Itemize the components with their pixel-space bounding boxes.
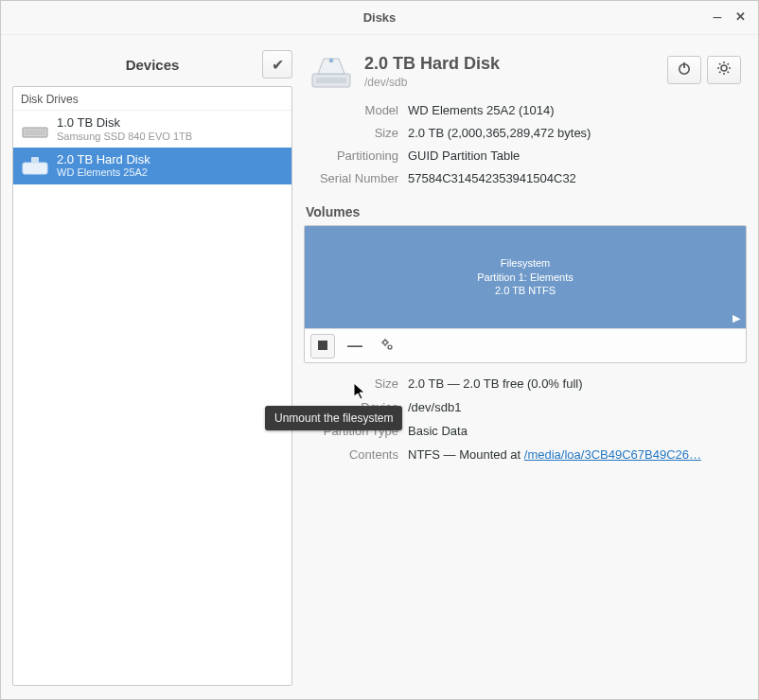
unmount-button[interactable]: [310, 334, 335, 359]
delete-partition-button[interactable]: —: [343, 334, 367, 359]
svg-rect-18: [318, 341, 327, 350]
svg-point-19: [383, 340, 387, 343]
svg-line-16: [719, 72, 720, 73]
value-serial: 57584C314542353941504C32: [408, 171, 737, 185]
close-button[interactable]: ✕: [732, 9, 749, 26]
right-panel: 2.0 TB Hard Disk /dev/sdb: [304, 48, 747, 686]
volume-settings-button[interactable]: [375, 334, 399, 359]
label-partitioning: Partitioning: [304, 149, 398, 163]
section-disk-drives: Disk Drives: [13, 87, 291, 111]
cursor-icon: [353, 382, 368, 405]
resize-handle-icon: ⋮⋮: [304, 357, 306, 362]
gear-icon: [716, 61, 732, 79]
disk-title-block: 2.0 TB Hard Disk /dev/sdb: [364, 52, 658, 89]
value-vol-device: /dev/sdb1: [408, 400, 737, 414]
value-partition-type: Basic Data: [408, 424, 737, 438]
label-vol-size: Size: [304, 376, 398, 391]
device-sub: Samsung SSD 840 EVO 1TB: [57, 131, 192, 143]
label-size: Size: [304, 126, 398, 140]
tooltip-unmount: Unmount the filesystem: [265, 406, 402, 430]
left-header: Devices ✔: [12, 48, 292, 86]
hard-disk-icon: [308, 52, 355, 92]
volume-partition-1[interactable]: Filesystem Partition 1: Elements 2.0 TB …: [305, 226, 746, 328]
label-serial: Serial Number: [304, 171, 398, 185]
disk-header: 2.0 TB Hard Disk /dev/sdb: [304, 48, 747, 103]
minus-icon: —: [347, 338, 362, 355]
content: Devices ✔ Disk Drives 1.0 TB Disk Samsun…: [1, 35, 758, 699]
svg-point-6: [329, 59, 333, 62]
value-model: WD Elements 25A2 (1014): [408, 103, 737, 117]
value-size: 2.0 TB (2,000,365,289,472 bytes): [408, 126, 737, 140]
svg-point-20: [388, 345, 392, 349]
rescan-button[interactable]: ✔: [262, 50, 292, 79]
vol-line2: Partition 1: Elements: [477, 271, 574, 285]
label-model: Model: [304, 103, 398, 117]
device-title: 2.0 TB Hard Disk: [57, 152, 150, 167]
label-contents: Contents: [304, 447, 398, 462]
power-button[interactable]: [667, 56, 701, 84]
window-title: Disks: [363, 10, 397, 25]
disk-properties: Model WD Elements 25A2 (1014) Size 2.0 T…: [304, 103, 747, 195]
window: Disks – ✕ Devices ✔ Disk Drives: [0, 0, 759, 700]
svg-line-15: [728, 72, 729, 73]
volumes-area: ⋮⋮ Filesystem Partition 1: Elements 2.0 …: [304, 225, 747, 363]
value-partitioning: GUID Partition Table: [408, 149, 737, 163]
svg-rect-1: [25, 130, 45, 135]
svg-rect-3: [31, 157, 39, 163]
vol-line3: 2.0 TB NTFS: [495, 284, 556, 298]
left-panel: Devices ✔ Disk Drives 1.0 TB Disk Samsun…: [12, 48, 292, 686]
svg-rect-5: [316, 78, 346, 83]
device-title: 1.0 TB Disk: [57, 115, 192, 131]
hdd-ext-icon: [21, 153, 49, 178]
check-icon: ✔: [272, 56, 284, 74]
contents-prefix: NTFS — Mounted at: [408, 447, 524, 462]
power-icon: [677, 61, 692, 79]
devices-heading: Devices: [43, 57, 262, 73]
value-vol-size: 2.0 TB — 2.0 TB free (0.0% full): [408, 376, 737, 391]
drive-settings-button[interactable]: [707, 56, 741, 84]
vol-line1: Filesystem: [501, 256, 551, 271]
svg-line-14: [719, 63, 720, 64]
disk-actions: [667, 52, 741, 84]
device-text: 2.0 TB Hard Disk WD Elements 25A2: [57, 152, 150, 180]
svg-rect-2: [23, 163, 47, 174]
device-sub: WD Elements 25A2: [57, 166, 150, 179]
volume-toolbar: —: [305, 328, 746, 362]
caret-right-icon: ▶: [733, 312, 740, 324]
hdd-ssd-icon: [21, 116, 49, 141]
svg-line-17: [728, 63, 729, 64]
svg-point-9: [721, 65, 727, 71]
disk-device: /dev/sdb: [364, 76, 658, 89]
mount-path-link[interactable]: /media/loa/3CB49C67B49C26…: [524, 447, 701, 462]
stop-icon: [317, 338, 328, 355]
device-list: Disk Drives 1.0 TB Disk Samsung SSD 840 …: [12, 86, 292, 686]
volumes-heading: Volumes: [306, 204, 747, 219]
disk-title: 2.0 TB Hard Disk: [364, 54, 658, 74]
device-row-2tb[interactable]: 2.0 TB Hard Disk WD Elements 25A2: [13, 148, 291, 184]
titlebar: Disks – ✕: [1, 1, 758, 35]
value-contents: NTFS — Mounted at /media/loa/3CB49C67B49…: [408, 447, 737, 462]
gears-icon: [380, 337, 395, 356]
device-row-1tb[interactable]: 1.0 TB Disk Samsung SSD 840 EVO 1TB: [13, 111, 291, 148]
minimize-button[interactable]: –: [709, 9, 726, 26]
device-text: 1.0 TB Disk Samsung SSD 840 EVO 1TB: [57, 115, 192, 143]
